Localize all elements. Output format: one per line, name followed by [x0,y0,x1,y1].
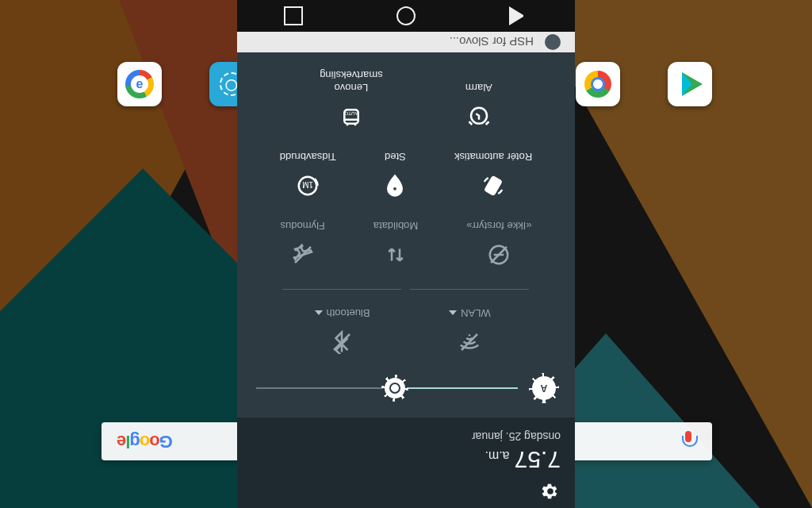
tile-smartswitch-label: Lenovosmartveksling [320,68,382,94]
chevron-down-icon[interactable] [449,311,457,316]
svg-line-5 [491,247,507,263]
tile-dnd[interactable]: «Ikke forstyrr» [466,220,531,267]
clock-time: 7.57 [515,446,561,473]
tile-location[interactable]: Sted [383,151,407,198]
tile-mobiledata-label: Mobildata [373,220,418,232]
wifi-off-icon [458,330,482,354]
svg-point-0 [469,334,471,337]
tile-alarm[interactable]: Alarm [465,82,492,129]
bluetooth-off-icon [331,330,354,354]
tile-autorotate[interactable]: Rotér automatisk [454,151,532,198]
app-icon-chrome[interactable] [576,62,620,106]
notification-peek[interactable]: HSP for Slovo... [237,32,575,52]
nav-recents-icon[interactable] [284,6,303,25]
notification-app-icon [545,34,561,50]
tile-dnd-label: «Ikke forstyrr» [466,220,531,232]
tile-location-label: Sted [385,151,406,163]
tile-mobiledata[interactable]: Mobildata [373,220,418,267]
chevron-down-icon[interactable] [315,311,323,316]
auto-brightness-icon[interactable]: A [532,376,556,400]
quick-settings-panel: 7.57 a.m. onsdag 25. januar A [237,0,575,508]
brightness-thumb[interactable] [385,378,405,398]
nav-back-icon[interactable] [509,6,528,25]
clock-ampm: a.m. [485,448,509,463]
tile-wlan[interactable]: WLAN [411,289,530,354]
tile-timeout[interactable]: 1M Tidsavbrudd [280,151,336,198]
navigation-bar [237,0,575,32]
qs-header: 7.57 a.m. onsdag 25. januar [237,418,575,508]
notification-title: HSP for Slovo... [450,36,534,49]
tile-airplane[interactable]: Flymodus [280,220,324,267]
tile-timeout-label: Tidsavbrudd [280,151,336,163]
tile-airplane-label: Flymodus [280,220,324,232]
alarm-icon [467,105,491,129]
tile-wlan-label: WLAN [461,307,491,319]
svg-point-8 [393,187,397,191]
airplane-icon [291,243,315,267]
dnd-icon [487,243,511,267]
smartswitch-icon: AUTO [339,105,363,129]
svg-text:AUTO: AUTO [344,111,358,117]
settings-gear-icon[interactable] [540,481,561,502]
brightness-slider[interactable]: A [256,376,556,400]
svg-text:1M: 1M [302,180,313,189]
nav-home-icon[interactable] [396,6,416,25]
mic-icon[interactable] [680,431,696,452]
timeout-icon: 1M [296,174,320,198]
clock-date: onsdag 25. januar [251,430,561,443]
app-icon-play-store[interactable] [668,62,712,106]
tile-alarm-label: Alarm [465,82,492,94]
mobiledata-icon [384,243,408,267]
tile-bluetooth[interactable]: Bluetooth [283,289,402,354]
app-icon-browser[interactable]: e [117,62,162,106]
location-icon [383,174,407,198]
tile-autorotate-label: Rotér automatisk [454,151,532,163]
autorotate-icon [481,174,505,198]
tile-bluetooth-label: Bluetooth [327,307,370,319]
tile-smartswitch[interactable]: AUTO Lenovosmartveksling [320,68,382,129]
google-logo: Google [117,431,173,452]
